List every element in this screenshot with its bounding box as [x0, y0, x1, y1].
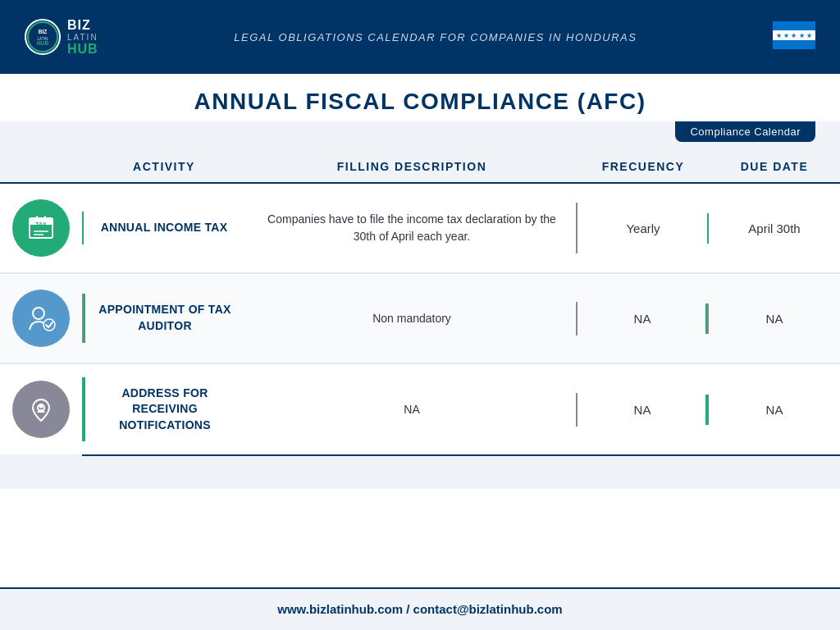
row-filling-2: Non mandatory: [246, 302, 578, 336]
table-row: ADDRESS FOR RECEIVING NOTIFICATIONS NA N…: [0, 364, 840, 454]
footer: www.bizlatinhub.com / contact@bizlatinhu…: [0, 587, 840, 630]
table-header-row: ACTIVITY FILLING DESCRIPTION FRECUENCY D…: [0, 148, 840, 184]
svg-text:TAX: TAX: [35, 221, 47, 227]
logo-area: BIZ LATIN HUB BIZ LATIN HUB: [25, 18, 98, 56]
table-section: ACTIVITY FILLING DESCRIPTION FRECUENCY D…: [0, 148, 840, 456]
row-activity-2: APPOINTMENT OF TAX AUDITOR: [82, 294, 246, 342]
row-icon-area-3: [0, 381, 82, 438]
row-duedate-2: NA: [709, 304, 840, 334]
logo-latin: LATIN: [67, 33, 98, 42]
col-header-filling: FILLING DESCRIPTION: [246, 159, 578, 174]
row-icon-area-2: [0, 290, 82, 347]
row-duedate-1: April 30th: [709, 213, 840, 244]
tax-icon-circle: TAX: [12, 199, 70, 257]
row-icon-area-1: TAX: [0, 199, 82, 257]
logo-hub: HUB: [67, 42, 98, 57]
main-title: ANNUAL FISCAL COMPLIANCE (AFC): [0, 82, 840, 118]
row-filling-3: NA: [246, 393, 578, 427]
logo-biz: BIZ: [67, 18, 98, 33]
table-bottom-border: [82, 454, 840, 456]
svg-rect-4: [773, 21, 815, 30]
row-frequency-2: NA: [578, 304, 709, 334]
svg-point-18: [39, 404, 43, 409]
row-activity-1: ANNUAL INCOME TAX: [82, 212, 246, 244]
row-duedate-3: NA: [709, 395, 840, 425]
header-subtitle: LEGAL OBLIGATIONS CALENDAR FOR COMPANIES…: [98, 31, 773, 43]
col-header-frequency: FRECUENCY: [578, 159, 709, 174]
footer-text: www.bizlatinhub.com / contact@bizlatinhu…: [277, 602, 562, 616]
table-row: APPOINTMENT OF TAX AUDITOR Non mandatory…: [0, 274, 840, 364]
notifications-icon-circle: [12, 381, 70, 438]
compliance-badge: Compliance Calendar: [675, 121, 815, 142]
row-activity-3: ADDRESS FOR RECEIVING NOTIFICATIONS: [82, 377, 246, 442]
col-header-activity: ACTIVITY: [82, 159, 246, 174]
svg-text:★ ★ ★ ★ ★: ★ ★ ★ ★ ★: [776, 32, 812, 39]
white-title-area: ANNUAL FISCAL COMPLIANCE (AFC): [0, 74, 840, 121]
logo-icon: BIZ LATIN HUB: [25, 19, 61, 55]
col-header-duedate: DUE DATE: [709, 159, 840, 174]
header-subtitle-area: LEGAL OBLIGATIONS CALENDAR FOR COMPANIES…: [98, 31, 773, 43]
svg-text:BIZ: BIZ: [39, 29, 48, 34]
svg-point-15: [33, 308, 44, 319]
svg-text:HUB: HUB: [37, 40, 49, 46]
logo-text: BIZ LATIN HUB: [67, 18, 98, 56]
auditor-icon-circle: [12, 290, 70, 347]
row-frequency-1: Yearly: [578, 213, 709, 244]
header-band: BIZ LATIN HUB BIZ LATIN HUB LEGAL OBLIGA…: [0, 0, 840, 74]
row-filling-1: Companies have to file the income tax de…: [246, 203, 578, 253]
svg-rect-6: [773, 40, 815, 49]
spacer: [0, 456, 840, 489]
row-frequency-3: NA: [578, 395, 709, 425]
badge-container: Compliance Calendar: [0, 121, 840, 148]
page-wrapper: BIZ LATIN HUB BIZ LATIN HUB LEGAL OBLIGA…: [0, 0, 840, 630]
table-row: TAX ANNUAL INCOME TAX Companies have to …: [0, 184, 840, 274]
honduras-flag: ★ ★ ★ ★ ★: [773, 21, 815, 52]
